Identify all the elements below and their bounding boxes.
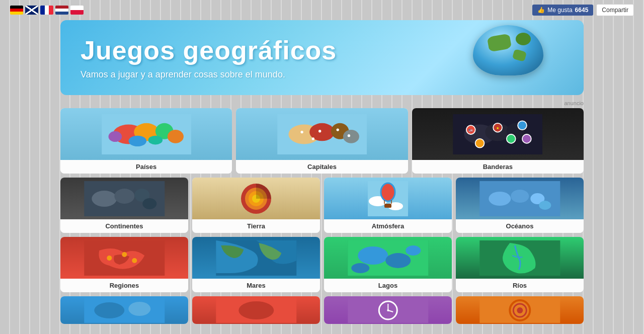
- game-card-rios[interactable]: Ríos: [456, 237, 584, 292]
- game-image-regiones: [60, 237, 188, 279]
- game-label-continentes: Continentes: [60, 219, 188, 233]
- svg-point-77: [517, 307, 523, 313]
- continentes-map-svg: [67, 181, 182, 216]
- game-card-banderas[interactable]: 🇺🇸 ★ Banderas: [412, 108, 584, 174]
- svg-point-61: [351, 263, 369, 273]
- game-label-banderas: Banderas: [412, 160, 584, 174]
- atmosfera-svg: [368, 181, 408, 216]
- svg-point-6: [128, 135, 146, 146]
- like-button[interactable]: 👍 Me gusta 6645: [532, 5, 593, 16]
- like-label: Me gusta: [547, 7, 572, 14]
- svg-text:🇺🇸: 🇺🇸: [468, 128, 473, 132]
- game-card-regiones[interactable]: Regiones: [60, 237, 188, 292]
- game-label-mares: Mares: [192, 279, 320, 292]
- game-label-tierra: Tierra: [192, 219, 320, 233]
- bottom3-svg: [331, 298, 446, 323]
- games-grid: Países: [60, 108, 584, 324]
- game-image-bottom3: [324, 296, 452, 324]
- banner-globe: [473, 25, 553, 80]
- games-row-1: Países: [60, 108, 584, 174]
- svg-point-15: [336, 128, 339, 131]
- game-label-rios: Ríos: [456, 279, 584, 292]
- game-card-bottom1[interactable]: [60, 296, 188, 324]
- game-image-bottom2: [192, 296, 320, 324]
- anuncio-label: anuncio: [60, 100, 584, 106]
- svg-point-59: [385, 253, 411, 268]
- svg-point-68: [238, 301, 274, 319]
- flag-nl[interactable]: [55, 6, 68, 15]
- game-label-paises: Países: [60, 160, 232, 174]
- svg-point-55: [132, 258, 137, 263]
- share-label: Compartir: [602, 7, 628, 14]
- games-row-3: Regiones Mares: [60, 237, 584, 292]
- svg-point-31: [92, 191, 117, 207]
- game-card-paises[interactable]: Países: [60, 108, 232, 174]
- svg-point-66: [128, 302, 150, 316]
- game-image-bottom4: [456, 296, 584, 324]
- rios-svg: [462, 240, 578, 276]
- svg-point-32: [114, 189, 134, 204]
- game-image-continentes: [60, 178, 188, 219]
- flag-de[interactable]: [10, 6, 23, 15]
- svg-point-12: [343, 130, 359, 143]
- svg-point-58: [358, 246, 388, 265]
- regiones-svg: [67, 240, 182, 276]
- game-label-oceanos: Océanos: [456, 219, 584, 233]
- game-card-oceanos[interactable]: Océanos: [456, 178, 584, 233]
- banderas-map-svg: 🇺🇸 ★: [416, 114, 579, 154]
- game-image-atmosfera: [324, 178, 452, 219]
- paises-map-svg: [65, 114, 228, 154]
- svg-text:★: ★: [496, 126, 499, 130]
- svg-point-17: [312, 137, 314, 140]
- game-card-capitales[interactable]: Capitales: [236, 108, 408, 174]
- main-container: Juegos geográficos Vamos a jugar y a apr…: [55, 20, 589, 324]
- game-image-lagos: [324, 237, 452, 279]
- svg-point-7: [148, 135, 162, 144]
- oceanos-map-svg: [462, 181, 578, 216]
- game-card-bottom3[interactable]: [324, 296, 452, 324]
- svg-point-34: [142, 198, 156, 209]
- svg-point-65: [94, 302, 124, 318]
- svg-point-51: [539, 201, 551, 210]
- game-label-regiones: Regiones: [60, 279, 188, 292]
- game-card-bottom2[interactable]: [192, 296, 320, 324]
- game-card-bottom4[interactable]: [456, 296, 584, 324]
- game-card-atmosfera[interactable]: Atmósfera: [324, 178, 452, 233]
- like-count: 6645: [575, 7, 589, 14]
- svg-point-28: [507, 134, 516, 143]
- game-label-atmosfera: Atmósfera: [324, 219, 452, 233]
- svg-point-29: [522, 134, 531, 143]
- globe-shape: [473, 25, 543, 75]
- svg-point-60: [406, 245, 421, 256]
- lagos-svg: [331, 240, 446, 276]
- svg-point-14: [318, 130, 321, 132]
- game-label-capitales: Capitales: [236, 160, 408, 174]
- top-bar: 👍 Me gusta 6645 Compartir: [0, 0, 644, 20]
- game-card-lagos[interactable]: Lagos: [324, 237, 452, 292]
- tierra-svg: [238, 181, 274, 216]
- svg-point-54: [122, 252, 127, 257]
- game-image-tierra: [192, 178, 320, 219]
- game-card-continentes[interactable]: Continentes: [60, 178, 188, 233]
- svg-point-53: [107, 256, 112, 261]
- bottom4-svg: [462, 298, 578, 323]
- game-card-mares[interactable]: Mares: [192, 237, 320, 292]
- share-button[interactable]: Compartir: [596, 4, 634, 16]
- capitales-map-svg: [240, 114, 404, 154]
- svg-point-16: [348, 134, 350, 137]
- svg-point-26: [518, 121, 527, 130]
- game-image-oceanos: [456, 178, 584, 219]
- svg-point-5: [108, 131, 122, 141]
- svg-point-48: [489, 192, 511, 206]
- svg-point-49: [511, 190, 529, 203]
- language-flags: [10, 6, 84, 15]
- flag-fr[interactable]: [40, 6, 53, 15]
- game-image-rios: [456, 237, 584, 279]
- flag-pl[interactable]: [70, 6, 84, 15]
- game-image-capitales: [236, 108, 408, 160]
- social-buttons: 👍 Me gusta 6645 Compartir: [532, 4, 634, 16]
- flag-en[interactable]: [25, 6, 38, 15]
- game-card-tierra[interactable]: Tierra: [192, 178, 320, 233]
- banner: Juegos geográficos Vamos a jugar y a apr…: [60, 20, 584, 95]
- game-image-mares: [192, 237, 320, 279]
